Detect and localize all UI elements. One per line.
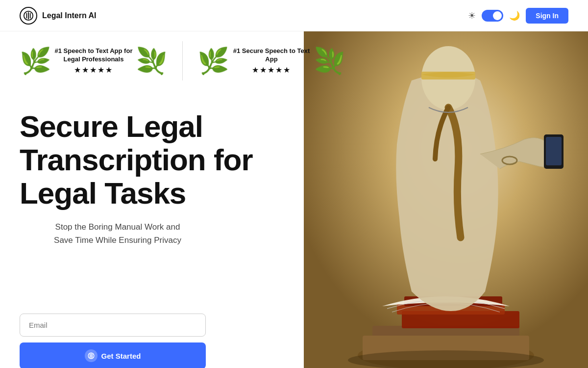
- svg-rect-12: [546, 137, 562, 165]
- award-content-2: #1 Secure Speech to Text App ★★★★★: [232, 47, 311, 75]
- theme-toggle[interactable]: [482, 10, 503, 22]
- hero-subtext: Stop the Boring Manual Work and Save Tim…: [20, 220, 216, 247]
- laurel-left-2: 🌿: [197, 48, 229, 74]
- hero-heading: Secure Legal Transcription for Legal Tas…: [20, 110, 253, 210]
- award-item-2: 🌿 #1 Secure Speech to Text App ★★★★★ 🌿: [197, 47, 345, 75]
- statue-image: [304, 31, 588, 368]
- sun-icon[interactable]: ☀: [468, 10, 476, 21]
- award-stars-2: ★★★★★: [232, 65, 311, 75]
- award-title-2: #1 Secure Speech to Text App: [232, 47, 311, 64]
- award-title-1: #1 Speech to Text App for Legal Professi…: [54, 47, 133, 64]
- main-content: 🌿 #1 Speech to Text App for Legal Profes…: [0, 31, 588, 368]
- signin-button[interactable]: Sign In: [526, 8, 568, 24]
- hero-heading-line3: Legal Tasks: [20, 176, 186, 210]
- email-input[interactable]: [20, 314, 206, 337]
- hero-heading-line1: Secure Legal: [20, 109, 203, 143]
- award-content-1: #1 Speech to Text App for Legal Professi…: [54, 47, 133, 75]
- logo: Legal Intern AI: [20, 7, 97, 25]
- cta-icon: [85, 349, 98, 362]
- laurel-right-1: 🌿: [136, 48, 168, 74]
- award-stars-1: ★★★★★: [54, 65, 133, 75]
- hero-subtext-line2: Save Time While Ensuring Privacy: [54, 236, 181, 245]
- email-form: Get Started: [20, 314, 206, 368]
- get-started-button[interactable]: Get Started: [20, 342, 206, 368]
- cta-label: Get Started: [101, 352, 141, 360]
- hero-subtext-line1: Stop the Boring Manual Work and: [55, 222, 180, 232]
- moon-icon[interactable]: 🌙: [509, 10, 520, 21]
- svg-rect-14: [421, 72, 475, 79]
- laurel-left-1: 🌿: [20, 48, 51, 74]
- navbar: Legal Intern AI ☀ 🌙 Sign In: [0, 0, 588, 31]
- award-divider: [182, 41, 183, 80]
- nav-right: ☀ 🌙 Sign In: [468, 8, 568, 24]
- laurel-right-2: 🌿: [314, 48, 345, 74]
- logo-text: Legal Intern AI: [42, 11, 97, 20]
- awards-section: 🌿 #1 Speech to Text App for Legal Profes…: [20, 41, 345, 80]
- hero-heading-line2: Transcription for: [20, 143, 253, 177]
- logo-icon: [20, 7, 37, 25]
- award-item-1: 🌿 #1 Speech to Text App for Legal Profes…: [20, 47, 168, 75]
- hero-text: Secure Legal Transcription for Legal Tas…: [20, 110, 253, 247]
